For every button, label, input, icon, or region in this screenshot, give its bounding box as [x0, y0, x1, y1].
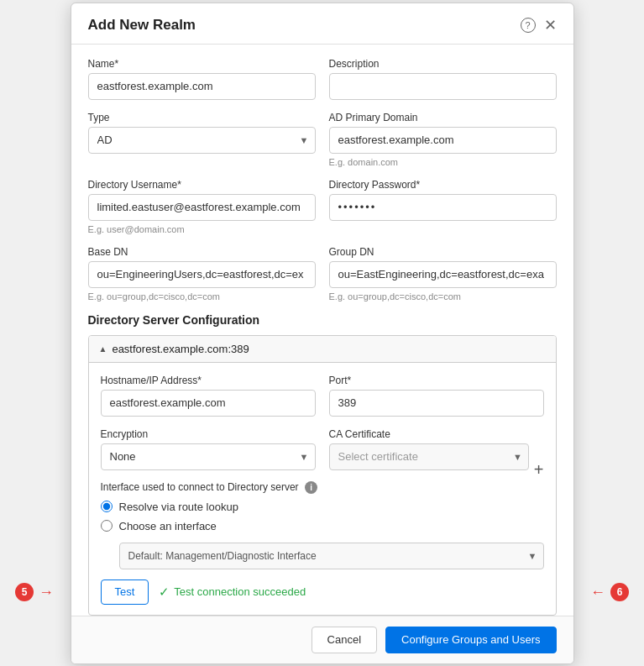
radio-choose-label: Choose an interface [119, 520, 217, 532]
directory-username-input[interactable] [88, 194, 316, 221]
encryption-group: Encryption None ▼ [101, 428, 316, 470]
directory-username-group: Directory Username* E.g. user@domain.com [88, 179, 316, 234]
radio-choose[interactable] [101, 520, 113, 532]
radio-resolve-item: Resolve via route lookup [101, 501, 544, 513]
ad-primary-domain-group: AD Primary Domain E.g. domain.com [329, 112, 557, 167]
dialog-header: Add New Realm ? ✕ [71, 3, 573, 45]
step5-badge-overlay: 5 [15, 583, 34, 601]
configure-groups-users-button[interactable]: Configure Groups and Users [385, 627, 556, 653]
encryption-select-wrapper: None ▼ [101, 443, 316, 470]
radio-resolve-label: Resolve via route lookup [119, 501, 238, 513]
directory-username-hint: E.g. user@domain.com [88, 224, 316, 234]
interface-select[interactable]: Default: Management/Diagnostic Interface [119, 543, 544, 569]
name-group: Name* [88, 58, 316, 100]
type-group: Type AD ▼ [88, 112, 316, 167]
ca-cert-container: Select certificate ▼ + [329, 443, 544, 470]
success-check-icon: ✓ [159, 585, 170, 600]
name-description-row: Name* Description [88, 58, 557, 100]
test-row: Test ✓ Test connection succeeded [101, 579, 544, 605]
info-icon[interactable]: i [305, 481, 317, 494]
test-success: ✓ Test connection succeeded [159, 585, 306, 600]
group-dn-label: Group DN [329, 246, 557, 258]
ad-primary-domain-hint: E.g. domain.com [329, 157, 557, 167]
port-input[interactable] [329, 390, 544, 417]
type-select-wrapper: AD ▼ [88, 127, 316, 154]
interface-label: Interface used to connect to Directory s… [101, 481, 299, 493]
add-realm-dialog: Add New Realm ? ✕ Name* Description Type [71, 3, 574, 664]
hostname-port-row: Hostname/IP Address* Port* [101, 375, 544, 417]
step6-badge-overlay: 6 [610, 583, 629, 601]
radio-group: Resolve via route lookup Choose an inter… [101, 501, 544, 569]
dialog-body: Name* Description Type AD ▼ AD Primary [71, 45, 573, 616]
radio-choose-item: Choose an interface [101, 520, 544, 532]
dialog-footer: → 5 Cancel Configure Groups and Users → … [71, 616, 573, 663]
hostname-input[interactable] [101, 390, 316, 417]
dialog-title: Add New Realm [88, 17, 196, 34]
radio-resolve[interactable] [101, 501, 113, 512]
collapse-icon: ▲ [99, 344, 107, 354]
encryption-ca-row: Encryption None ▼ CA Certificate [101, 428, 544, 470]
name-input[interactable] [88, 73, 316, 100]
port-group: Port* [329, 375, 544, 417]
ca-cert-label: CA Certificate [329, 428, 544, 440]
directory-server-body: Hostname/IP Address* Port* Encryption [89, 363, 556, 615]
ad-primary-domain-input[interactable] [329, 127, 557, 154]
group-dn-input[interactable] [329, 261, 557, 288]
username-password-row: Directory Username* E.g. user@domain.com… [88, 179, 557, 234]
group-dn-hint: E.g. ou=group,dc=cisco,dc=com [329, 291, 557, 302]
type-domain-row: Type AD ▼ AD Primary Domain E.g. domain.… [88, 112, 557, 167]
directory-password-input[interactable] [329, 194, 557, 221]
hostname-label: Hostname/IP Address* [101, 375, 316, 386]
encryption-label: Encryption [101, 428, 316, 440]
cancel-button[interactable]: Cancel [312, 627, 377, 653]
directory-password-group: Directory Password* [329, 179, 557, 234]
test-button[interactable]: Test [101, 579, 149, 605]
description-group: Description [329, 58, 557, 100]
interface-select-wrapper: Default: Management/Diagnostic Interface… [119, 543, 544, 569]
directory-username-label: Directory Username* [88, 179, 316, 191]
hostname-group: Hostname/IP Address* [101, 375, 316, 417]
directory-password-label: Directory Password* [329, 179, 557, 191]
step6-overlay: ← 6 [590, 583, 629, 601]
ca-cert-select-wrapper: Select certificate ▼ [329, 443, 529, 470]
base-dn-group: Base DN E.g. ou=group,dc=cisco,dc=com [88, 246, 316, 302]
type-select[interactable]: AD [88, 127, 316, 154]
close-icon[interactable]: ✕ [544, 18, 557, 33]
dn-row: Base DN E.g. ou=group,dc=cisco,dc=com Gr… [88, 246, 557, 302]
step6-arrow-overlay: ← [590, 584, 605, 601]
help-icon[interactable]: ? [521, 18, 536, 33]
ad-primary-domain-label: AD Primary Domain [329, 112, 557, 123]
step5-arrow-overlay: → [39, 584, 54, 601]
directory-server-title: eastforest.example.com:389 [112, 343, 249, 355]
base-dn-input[interactable] [88, 261, 316, 288]
base-dn-label: Base DN [88, 246, 316, 258]
ca-cert-group: CA Certificate Select certificate ▼ + [329, 428, 544, 470]
port-label: Port* [329, 375, 544, 386]
directory-server-section-title: Directory Server Configuration [88, 313, 557, 327]
description-label: Description [329, 58, 557, 70]
interface-dropdown-wrapper: Default: Management/Diagnostic Interface… [119, 543, 544, 569]
header-actions: ? ✕ [521, 18, 557, 33]
ca-cert-select[interactable]: Select certificate [329, 443, 529, 470]
encryption-select[interactable]: None [101, 443, 316, 470]
test-success-text: Test connection succeeded [174, 585, 306, 598]
ca-cert-add-icon[interactable]: + [534, 460, 544, 480]
directory-server-box: ▲ eastforest.example.com:389 Hostname/IP… [88, 335, 557, 616]
interface-label-row: Interface used to connect to Directory s… [101, 480, 544, 494]
name-label: Name* [88, 58, 316, 70]
description-input[interactable] [329, 73, 557, 100]
group-dn-group: Group DN E.g. ou=group,dc=cisco,dc=com [329, 246, 557, 302]
step5-overlay: 5 → [15, 583, 54, 601]
type-label: Type [88, 112, 316, 123]
directory-server-header[interactable]: ▲ eastforest.example.com:389 [89, 336, 556, 363]
base-dn-hint: E.g. ou=group,dc=cisco,dc=com [88, 291, 316, 302]
